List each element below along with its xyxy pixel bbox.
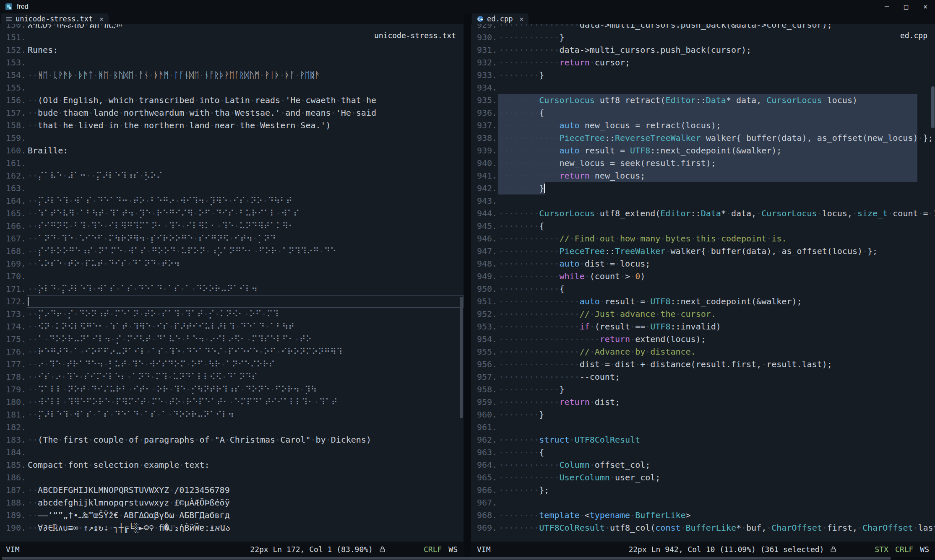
code-line[interactable]: 187.··ABCDEFGHIJKLMNOPQRSTUVWXYZ·/012345… xyxy=(0,484,464,496)
code-line[interactable]: 956.················dist·=·dist·+·distan… xyxy=(471,358,935,371)
code-line[interactable]: 160.Braille: xyxy=(0,144,464,157)
code-line[interactable]: 961. xyxy=(471,421,935,433)
code-line[interactable]: 935.········CursorLocus·utf8_retract(Edi… xyxy=(471,94,935,106)
code-line[interactable]: 166.··⠎⠊⠛⠝⠫·⠃⠹·⠹⠑·⠊⠇⠻⠛⠹⠍⠁⠝⠂·⠹⠑·⠊⠇⠻⠅⠂·⠹⠑·… xyxy=(0,220,464,232)
code-line[interactable]: 941.············return·new_locus; xyxy=(471,169,935,182)
tab-close-button[interactable]: × xyxy=(99,15,104,23)
vertical-scrollbar[interactable] xyxy=(459,24,464,542)
code-line[interactable]: 963.········{ xyxy=(471,446,935,459)
pane-divider[interactable] xyxy=(464,13,471,557)
horizontal-scrollbar[interactable] xyxy=(0,557,935,560)
tab-unicode-stress[interactable]: unicode-stress.txt × xyxy=(1,13,109,24)
code-line[interactable]: 170. xyxy=(0,270,464,283)
code-line[interactable]: 155. xyxy=(0,81,464,94)
code-line[interactable]: 154.··ᚻᛖ·ᚳᚹᚫᚦ·ᚦᚫᛏ·ᚻᛖ·ᛒᚢᛞᛖ·ᚩᚾ·ᚦᚫᛗ·ᛚᚪᚾᛞᛖ·ᚾ… xyxy=(0,69,464,81)
code-line[interactable]: 150.እግርህን·በፍራሽህ·ልክ·ዘርጋ። xyxy=(0,24,464,31)
code-line[interactable]: 176.··⠗⠑⠛⠜⠙·⠁·⠊⠕⠋⠋⠔⠤⠝⠁⠊⠇·⠁⠎·⠹⠑·⠙⠑⠁⠙⠑⠌·⠏⠊… xyxy=(0,345,464,358)
code-line[interactable]: 188.··abcdefghijklmnopqrstuvwxyz·£©µÀÆÖÞ… xyxy=(0,496,464,509)
code-line[interactable]: 965.············UserColumn·user_col; xyxy=(471,471,935,484)
code-line[interactable]: 955.················//·Advance·by·distan… xyxy=(471,345,935,358)
code-line[interactable]: 172. xyxy=(0,295,464,308)
code-line[interactable]: 964.············Column·offset_col; xyxy=(471,459,935,471)
code-line[interactable]: 969.········UTF8ColResult·utf8_col(const… xyxy=(471,521,935,534)
code-line[interactable]: 962.········struct·UTF8ColResult xyxy=(471,433,935,446)
code-line[interactable]: 180.··⠺⠊⠇⠇·⠹⠻⠑⠋⠕⠗⠑·⠏⠻⠍⠊⠞·⠍⠑·⠞⠕·⠗⠑⠏⠑⠁⠞⠂·⠑… xyxy=(0,396,464,408)
code-line[interactable]: 954.····················return·extend(lo… xyxy=(471,333,935,345)
code-line[interactable]: 960.········} xyxy=(471,408,935,421)
tab-label: unicode-stress.txt xyxy=(16,15,93,23)
code-line[interactable]: 968.········template·<typename·BufferLik… xyxy=(471,509,935,521)
code-line[interactable]: 930.············} xyxy=(471,31,935,44)
code-line[interactable]: 153. xyxy=(0,56,464,69)
editor-right[interactable]: 929.················data->multi_cursors.… xyxy=(471,24,935,542)
code-line[interactable]: 938.············PieceTree::ReverseTreeWa… xyxy=(471,132,935,144)
tab-close-button[interactable]: × xyxy=(519,15,523,23)
code-line[interactable]: 181.··⡍⠜⠇⠑⠹·⠺⠁⠎·⠁⠎·⠙⠑⠁⠙·⠁⠎·⠁·⠙⠕⠕⠗⠤⠝⠁⠊⠇⠲ xyxy=(0,408,464,421)
code-line[interactable]: 937.············auto·new_locus·=·retract… xyxy=(471,119,935,132)
code-line[interactable]: 949.············while·(count·>·0) xyxy=(471,270,935,283)
code-line[interactable]: 179.··⠩⠁⠇⠇·⠝⠕⠞·⠙⠊⠌⠥⠗⠃·⠊⠞⠂·⠕⠗·⠹⠑·⡊⠳⠝⠞⠗⠹⠰⠎… xyxy=(0,383,464,396)
code-line[interactable]: 162.··⡌⠁⠧⠑·⠼⠁⠒··⡍⠜⠇⠑⠹⠰⠎·⡣⠕⠌ xyxy=(0,169,464,182)
lock-icon[interactable] xyxy=(830,546,837,553)
code-line[interactable]: 158.··that·he·lived·in·the·northern·land… xyxy=(0,119,464,132)
code-line[interactable]: 933.········} xyxy=(471,69,935,81)
code-line[interactable]: 152.Runes: xyxy=(0,44,464,56)
code-line[interactable]: 945.········{ xyxy=(471,220,935,232)
code-line[interactable]: 175.··⠁·⠙⠕⠕⠗⠤⠝⠁⠊⠇⠲·⡊·⠍⠊⠣⠞·⠙⠁⠧⠑·⠃⠑⠲·⠔⠊⠇⠔⠫… xyxy=(0,333,464,345)
code-line[interactable]: 168.··⡎⠊⠗⠕⠕⠛⠑⠰⠎·⠝⠁⠍⠑·⠺⠁⠎·⠛⠕⠕⠙·⠥⠏⠕⠝·⠰⡡⠁⠝⠛… xyxy=(0,245,464,257)
close-button[interactable]: × xyxy=(916,0,935,13)
code-line[interactable]: 186. xyxy=(0,471,464,484)
lock-icon[interactable] xyxy=(379,546,386,553)
code-line[interactable]: 174.··⠪⠝·⠅⠝⠪⠇⠫⠛⠑⠂·⠱⠁⠞·⠹⠻⠑·⠊⠎·⠏⠜⠞⠊⠊⠥⠇⠜⠇⠹·… xyxy=(0,320,464,333)
code-line[interactable]: 178.··⠊⠎·⠔·⠹⠑·⠎⠊⠍⠊⠇⠑⠆·⠁⠝⠙·⠍⠹·⠥⠝⠙⠁⠇⠇⠪⠫·⠙⠁… xyxy=(0,371,464,383)
code-line[interactable]: 189.··–—‘“”„†•…‰™œŠŸž€·ΑΒΓΔΩαβγδω·АБВГДа… xyxy=(0,509,464,521)
horizontal-scrollbar-thumb[interactable] xyxy=(2,557,891,560)
code-line[interactable]: 931.············data->multi_cursors.push… xyxy=(471,44,935,56)
code-line[interactable]: 929.················data->multi_cursors.… xyxy=(471,24,935,31)
code-line[interactable]: 161. xyxy=(0,157,464,169)
code-line[interactable]: 934. xyxy=(471,81,935,94)
code-line[interactable]: 169.··⠡⠕⠎⠑·⠞⠕·⠏⠥⠞·⠙⠊⠎·⠙⠁⠝⠙·⠞⠕⠲ xyxy=(0,257,464,270)
editor-left[interactable]: 150.እግርህን·በፍራሽህ·ልክ·ዘርጋ።151.152.Runes:153… xyxy=(0,24,464,542)
code-line[interactable]: 952.················//·Just·advance·the·… xyxy=(471,308,935,320)
code-line[interactable]: 932.············return·cursor; xyxy=(471,56,935,69)
code-line[interactable]: 182. xyxy=(0,421,464,433)
code-line[interactable]: 944.········CursorLocus·utf8_extend(Edit… xyxy=(471,207,935,220)
code-line[interactable]: 184. xyxy=(0,446,464,459)
code-line[interactable]: 953.················if·(result·==·UTF8::… xyxy=(471,320,935,333)
code-line[interactable]: 939.············auto·result·=·UTF8::next… xyxy=(471,144,935,157)
minimize-button[interactable]: ─ xyxy=(877,0,896,13)
code-line[interactable]: 183.··(The·first·couple·of·paragraphs·of… xyxy=(0,433,464,446)
code-line[interactable]: 942.········} xyxy=(471,182,935,194)
code-line[interactable]: 165.··⠱⠁⠞⠑⠧⠻·⠁⠃⠳⠞·⠹⠁⠞⠲·⡹⠑·⠗⠑⠛⠊⠌⠻·⠕⠋·⠙⠊⠎·… xyxy=(0,207,464,220)
code-line[interactable]: 190.··∀∂∈ℝ∧∪≡∞·↑↗↨↻⇣·┐┼╔╘░►☺♀·ﬁ�⑀₂ἠḂӥẄɐː… xyxy=(0,521,464,534)
maximize-button[interactable]: □ xyxy=(896,0,916,13)
code-line[interactable]: 947.············PieceTree::TreeWalker·wa… xyxy=(471,245,935,257)
code-line[interactable]: 966.········}; xyxy=(471,484,935,496)
code-line[interactable]: 958.············} xyxy=(471,383,935,396)
code-line[interactable]: 951.················auto·result·=·UTF8::… xyxy=(471,295,935,308)
code-line[interactable]: 957.················--count; xyxy=(471,371,935,383)
code-line[interactable]: 163. xyxy=(0,182,464,194)
code-line[interactable]: 936.········{ xyxy=(471,106,935,119)
code-line[interactable]: 948.············auto·dist·=·locus; xyxy=(471,257,935,270)
code-line[interactable]: 950.············{ xyxy=(471,283,935,295)
code-line[interactable]: 943. xyxy=(471,194,935,207)
code-line[interactable]: 164.··⡍⠜⠇⠑⠹·⠺⠁⠎·⠙⠑⠁⠙⠒·⠞⠕·⠃⠑⠛⠔·⠺⠊⠹⠲·⡹⠻⠑·⠊… xyxy=(0,194,464,207)
code-line[interactable]: 177.··⠔·⠹⠑·⠞⠗⠁⠙⠑⠲·⡃⠥⠞·⠹⠑·⠺⠊⠎⠙⠕⠍·⠕⠋·⠳⠗·⠁⠝… xyxy=(0,358,464,371)
code-line[interactable]: 940.············new_locus·=·seek(result.… xyxy=(471,157,935,169)
vertical-scrollbar[interactable] xyxy=(931,24,935,542)
code-line[interactable]: 173.··⡍⠔⠙⠖·⡊·⠙⠕⠝⠰⠞·⠍⠑⠁⠝·⠞⠕·⠎⠁⠹·⠹⠁⠞·⡊·⠅⠝⠪… xyxy=(0,308,464,320)
code-line[interactable]: 959.············return·dist; xyxy=(471,396,935,408)
scrollbar-thumb[interactable] xyxy=(460,297,463,418)
code-line[interactable]: 171.··⡕⠇⠙·⡍⠜⠇⠑⠹·⠺⠁⠎·⠁⠎·⠙⠑⠁⠙·⠁⠎·⠁·⠙⠕⠕⠗⠤⠝⠁… xyxy=(0,283,464,295)
code-line[interactable]: 159. xyxy=(0,132,464,144)
code-line[interactable]: 185.Compact·font·selection·example·text: xyxy=(0,459,464,471)
scrollbar-thumb[interactable] xyxy=(931,86,935,128)
code-line[interactable]: 157.··bude·thaem·lande·northweardum·with… xyxy=(0,106,464,119)
code-line[interactable]: 967. xyxy=(471,496,935,509)
tab-ed-cpp[interactable]: C+ ed.cpp × xyxy=(472,13,529,24)
code-line[interactable]: 167.··⠁⠝⠙·⠹⠑·⠡⠊⠑⠋·⠍⠳⠗⠝⠻⠲·⡎⠊⠗⠕⠕⠛⠑·⠎⠊⠛⠝⠫·⠊… xyxy=(0,232,464,245)
code-line[interactable]: 156.··(Old·English,·which·transcribed·in… xyxy=(0,94,464,106)
code-line[interactable]: 946.············//·Find·out·how·many·byt… xyxy=(471,232,935,245)
